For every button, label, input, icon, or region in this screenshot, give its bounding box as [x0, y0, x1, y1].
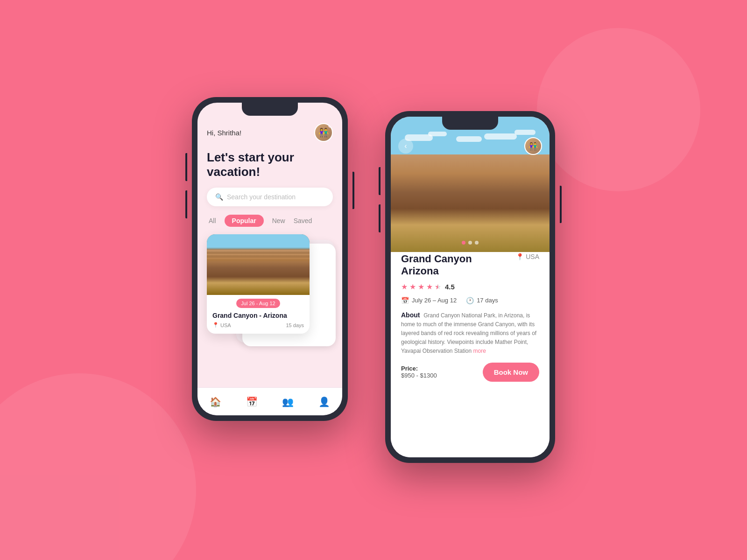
dot-2[interactable] — [468, 241, 472, 245]
card-date-badge: Jul 26 - Aug 12 — [236, 299, 280, 308]
price-range: $950 - $1300 — [401, 372, 437, 379]
star-5-half: ★★ — [435, 282, 441, 291]
phone2-side-btn-left2 — [379, 204, 381, 232]
phones-container: Hi, Shritha! 👫 Let's start your vacation… — [192, 97, 555, 463]
price-section: Price: $950 - $1300 — [401, 365, 437, 379]
phone-1-notch — [242, 103, 298, 116]
info-row: 📅 July 26 – Aug 12 🕐 17 days — [401, 297, 539, 304]
detail-country: 📍 USA — [516, 253, 539, 260]
nav-profile[interactable]: 👤 — [318, 396, 330, 407]
clock-icon: 🕐 — [466, 297, 474, 304]
hero-title: Let's start your vacation! — [207, 150, 333, 179]
tab-saved[interactable]: Saved — [294, 217, 312, 224]
destination-card[interactable]: Jul 26 - Aug 12 Grand Canyon - Arizona 📍… — [207, 234, 310, 334]
avatar[interactable]: 👫 — [314, 123, 333, 142]
detail-title: Grand Canyon Arizona — [401, 253, 472, 278]
bg-decoration-1 — [0, 373, 196, 560]
phone-1-content: Hi, Shritha! 👫 Let's start your vacation… — [197, 103, 342, 415]
price-label: Price: — [401, 365, 437, 372]
about-text: Grand Canyon National Park, in Arizona, … — [401, 312, 536, 354]
calendar-icon: 📅 — [401, 297, 409, 304]
filter-tabs: All Popular New Saved — [207, 215, 333, 227]
star-4: ★ — [426, 282, 433, 291]
phone-2: ‹ 👫 Grand Canyon — [385, 111, 555, 463]
cloud-2 — [428, 132, 447, 136]
about-label: About — [401, 311, 420, 319]
side-button-volume-down — [185, 190, 187, 218]
dot-3[interactable] — [475, 241, 479, 245]
image-dots — [462, 241, 479, 245]
card-location: 📍 USA — [212, 322, 231, 328]
tab-new[interactable]: New — [272, 217, 285, 224]
card-body: Grand Canyon - Arizona 📍 USA 15 days — [207, 312, 310, 334]
nav-home[interactable]: 🏠 — [210, 396, 221, 407]
phone-2-content: ‹ 👫 Grand Canyon — [391, 117, 550, 457]
detail-nav-row: ‹ 👫 — [391, 137, 550, 155]
tab-all[interactable]: All — [209, 217, 216, 224]
card-title: Grand Canyon - Arizona — [212, 312, 304, 319]
tab-popular[interactable]: Popular — [225, 215, 264, 227]
back-icon: ‹ — [404, 142, 407, 150]
phone-1: Hi, Shritha! 👫 Let's start your vacation… — [192, 97, 348, 421]
bg-decoration-2 — [537, 28, 700, 191]
search-icon: 🔍 — [215, 193, 223, 201]
cloud-5 — [514, 130, 536, 135]
nav-calendar[interactable]: 📅 — [246, 396, 258, 407]
duration-info: 🕐 17 days — [466, 297, 498, 304]
star-3: ★ — [418, 282, 424, 291]
phone-2-screen: ‹ 👫 Grand Canyon — [391, 117, 550, 457]
detail-image: ‹ 👫 — [391, 117, 550, 252]
side-button-power — [352, 172, 354, 209]
phone-1-header: Hi, Shritha! 👫 — [207, 123, 333, 142]
detail-title-row: Grand Canyon Arizona 📍 USA — [401, 253, 539, 278]
grand-canyon-artwork — [207, 234, 310, 295]
phone2-side-btn-right — [560, 186, 562, 223]
search-placeholder-text: Search your destination — [227, 193, 296, 201]
search-bar[interactable]: 🔍 Search your destination — [207, 188, 333, 206]
about-section: About Grand Canyon National Park, in Ari… — [401, 311, 539, 355]
star-2: ★ — [409, 282, 416, 291]
bottom-nav: 🏠 📅 👥 👤 — [197, 387, 342, 415]
dot-1[interactable] — [462, 241, 465, 245]
phone-1-screen: Hi, Shritha! 👫 Let's start your vacation… — [197, 103, 342, 415]
nav-contacts[interactable]: 👥 — [282, 396, 294, 407]
phone-2-notch — [442, 117, 498, 130]
card-days: 15 days — [286, 322, 304, 328]
book-now-button[interactable]: Book Now — [483, 363, 539, 382]
phone2-side-btn-left1 — [379, 167, 381, 195]
more-link[interactable]: more — [473, 348, 486, 354]
rating-number: 4.5 — [445, 283, 455, 291]
notification-dot — [328, 123, 333, 128]
detail-avatar[interactable]: 👫 — [524, 137, 542, 155]
rating-row: ★ ★ ★ ★ ★★ 4.5 — [401, 282, 539, 291]
location-pin-icon: 📍 — [212, 322, 219, 328]
detail-card: Grand Canyon Arizona 📍 USA ★ ★ ★ ★ — [391, 243, 550, 457]
date-info: 📅 July 26 – Aug 12 — [401, 297, 457, 304]
card-meta: 📍 USA 15 days — [212, 322, 304, 328]
star-1: ★ — [401, 282, 408, 291]
greeting-text: Hi, Shritha! — [207, 129, 241, 137]
card-image — [207, 234, 310, 295]
pin-icon: 📍 — [516, 253, 524, 260]
side-button-volume-up — [185, 153, 187, 181]
back-button[interactable]: ‹ — [398, 139, 413, 154]
price-book-row: Price: $950 - $1300 Book Now — [401, 363, 539, 382]
